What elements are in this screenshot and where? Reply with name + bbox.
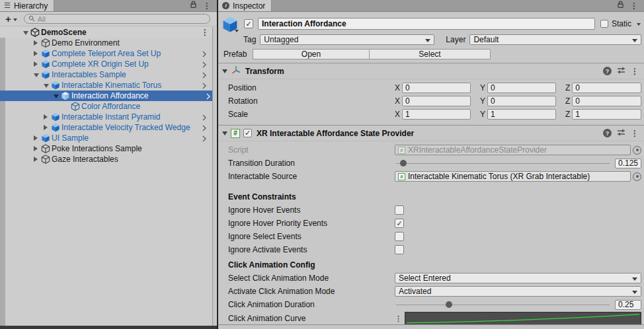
prefab-chevron-icon[interactable] xyxy=(202,82,206,91)
interactable-source-value: Interactable Kinematic Torus (XR Grab In… xyxy=(408,172,590,181)
constraint-checkbox[interactable] xyxy=(395,232,404,241)
item-label: Complete Teleport Area Set Up xyxy=(52,49,161,58)
click-animation-duration-value[interactable]: 0.25 xyxy=(615,300,641,310)
slider-handle[interactable] xyxy=(446,301,452,308)
kebab-menu-icon[interactable]: ⋮ xyxy=(631,129,639,137)
xr-provider-header[interactable]: # ✓ XR Interactable Affordance State Pro… xyxy=(218,126,644,141)
tab-inspector[interactable]: i Inspector xyxy=(218,0,272,11)
prefab-select-button[interactable]: Select xyxy=(369,49,491,59)
transition-duration-value[interactable]: 0.125 xyxy=(615,159,641,168)
tag-label: Tag xyxy=(243,35,256,44)
prefab-chevron-icon[interactable] xyxy=(202,135,206,144)
hierarchy-item-interactable-kinematic-torus[interactable]: Interactable Kinematic Torus xyxy=(0,80,212,91)
activate-click-mode-dropdown[interactable]: Activated xyxy=(395,286,641,297)
hierarchy-item-color-affordance[interactable]: Color Affordance xyxy=(0,101,212,112)
hierarchy-item-demoscene[interactable]: DemoScene ⋮ xyxy=(0,27,216,38)
hierarchy-item-interactable-instant-pyramid[interactable]: Interactable Instant Pyramid xyxy=(0,112,212,122)
position-z-field[interactable]: 0 xyxy=(572,83,641,93)
scale-y-field[interactable]: 1 xyxy=(487,109,556,120)
foldout-icon[interactable] xyxy=(44,114,48,120)
slider-handle[interactable] xyxy=(400,160,407,166)
component-enabled-checkbox[interactable]: ✓ xyxy=(243,129,252,137)
position-y-field[interactable]: 0 xyxy=(487,83,556,93)
foldout-icon[interactable] xyxy=(34,157,38,162)
hierarchy-search-input[interactable]: All xyxy=(24,14,210,24)
hierarchy-item-demo-environment[interactable]: Demo Environment xyxy=(0,38,212,48)
axis-letter: Z xyxy=(565,83,570,92)
tag-dropdown[interactable]: Untagged xyxy=(260,34,434,45)
presets-icon[interactable] xyxy=(617,67,625,76)
scale-z-field[interactable]: 1 xyxy=(572,109,641,120)
rotation-y-field[interactable]: 0 xyxy=(487,96,556,106)
position-x-field[interactable]: 0 xyxy=(402,83,471,93)
foldout-icon[interactable] xyxy=(34,51,38,56)
hierarchy-item-gaze-interactables[interactable]: Gaze Interactables xyxy=(0,154,212,164)
foldout-icon[interactable] xyxy=(44,84,49,88)
select-click-mode-value: Select Entered xyxy=(399,274,451,283)
object-picker-icon[interactable] xyxy=(633,146,641,155)
transition-duration-slider[interactable] xyxy=(395,158,611,168)
rotation-z-field[interactable]: 0 xyxy=(572,96,641,106)
kebab-menu-icon[interactable]: ⋮ xyxy=(203,2,211,10)
prefab-chevron-icon[interactable] xyxy=(202,61,206,70)
hierarchy-item-poke-interactions-sample[interactable]: Poke Interactions Sample xyxy=(0,143,212,154)
select-click-mode-dropdown[interactable]: Select Entered xyxy=(395,273,641,283)
foldout-icon[interactable] xyxy=(34,135,38,141)
prefab-chevron-icon[interactable] xyxy=(202,50,206,59)
constraint-checkbox[interactable] xyxy=(395,205,404,215)
transform-header[interactable]: Transform ? ⋮ xyxy=(218,63,644,79)
unlock-icon[interactable] xyxy=(190,1,197,11)
hierarchy-item-interactables-sample[interactable]: Interactables Sample xyxy=(0,69,212,80)
foldout-icon[interactable] xyxy=(222,131,227,135)
foldout-icon[interactable] xyxy=(34,61,38,67)
kebab-menu-icon[interactable]: ⋮ xyxy=(395,314,402,323)
axis-letter: Y xyxy=(480,96,485,106)
static-dropdown-icon[interactable] xyxy=(637,23,641,26)
rotation-x-field[interactable]: 0 xyxy=(402,96,471,106)
layer-dropdown[interactable]: Default xyxy=(469,34,641,45)
help-icon[interactable]: ? xyxy=(603,67,612,75)
chevron-down-icon xyxy=(235,30,239,32)
prefab-chevron-icon[interactable] xyxy=(202,71,206,81)
static-checkbox[interactable] xyxy=(600,20,608,28)
item-label: UI Sample xyxy=(52,133,89,143)
kebab-menu-icon[interactable]: ⋮ xyxy=(630,2,638,10)
prefab-chevron-icon[interactable] xyxy=(202,124,206,133)
hierarchy-item-complete-teleport-area-set-up[interactable]: Complete Teleport Area Set Up xyxy=(0,48,212,59)
prefab-open-button[interactable]: Open xyxy=(253,49,369,59)
constraint-checkbox[interactable]: ✓ xyxy=(395,219,404,228)
interactable-source-field[interactable]: # Interactable Kinematic Torus (XR Grab … xyxy=(395,171,631,182)
object-picker-icon[interactable] xyxy=(633,172,641,181)
gameobject-name-field[interactable]: Interaction Affordance xyxy=(258,18,595,30)
gameobject-icon[interactable] xyxy=(221,18,239,30)
constraint-checkbox[interactable] xyxy=(395,245,404,254)
click-animation-duration-slider[interactable] xyxy=(395,299,611,310)
tab-hierarchy[interactable]: ☰ Hierarchy xyxy=(0,0,54,11)
hierarchy-scrollbar[interactable] xyxy=(212,27,216,326)
scale-x-field[interactable]: 1 xyxy=(402,109,471,120)
foldout-icon[interactable] xyxy=(44,125,48,130)
click-animation-curve-field[interactable] xyxy=(405,312,641,325)
foldout-icon[interactable] xyxy=(34,146,38,151)
hierarchy-item-interactable-velocity-tracked-wedge[interactable]: Interactable Velocity Tracked Wedge xyxy=(0,122,212,133)
unlock-icon[interactable] xyxy=(617,1,624,11)
inspector-panel: i Inspector ⋮ ✓ Interaction Affordance S… xyxy=(218,0,644,329)
foldout-icon[interactable] xyxy=(23,31,28,35)
kebab-menu-icon[interactable]: ⋮ xyxy=(201,28,209,36)
prefab-chevron-icon[interactable] xyxy=(206,92,210,102)
prefab-chevron-icon[interactable] xyxy=(202,114,206,123)
foldout-icon[interactable] xyxy=(34,73,39,77)
foldout-icon[interactable] xyxy=(54,94,59,98)
hierarchy-item-ui-sample[interactable]: UI Sample xyxy=(0,133,212,143)
presets-icon[interactable] xyxy=(617,129,625,138)
kebab-menu-icon[interactable]: ⋮ xyxy=(631,67,639,75)
hierarchy-item-interaction-affordance[interactable]: Interaction Affordance xyxy=(0,91,216,101)
axis-letter: X xyxy=(395,110,400,119)
foldout-icon[interactable] xyxy=(34,40,38,46)
hierarchy-item-complete-xr-origin-set-up[interactable]: Complete XR Origin Set Up xyxy=(0,59,212,69)
click-animation-duration-label: Click Animation Duration xyxy=(228,300,395,309)
create-object-button[interactable]: + xyxy=(5,14,17,24)
foldout-icon[interactable] xyxy=(222,69,227,73)
help-icon[interactable]: ? xyxy=(603,129,612,137)
active-checkbox[interactable]: ✓ xyxy=(244,19,253,28)
